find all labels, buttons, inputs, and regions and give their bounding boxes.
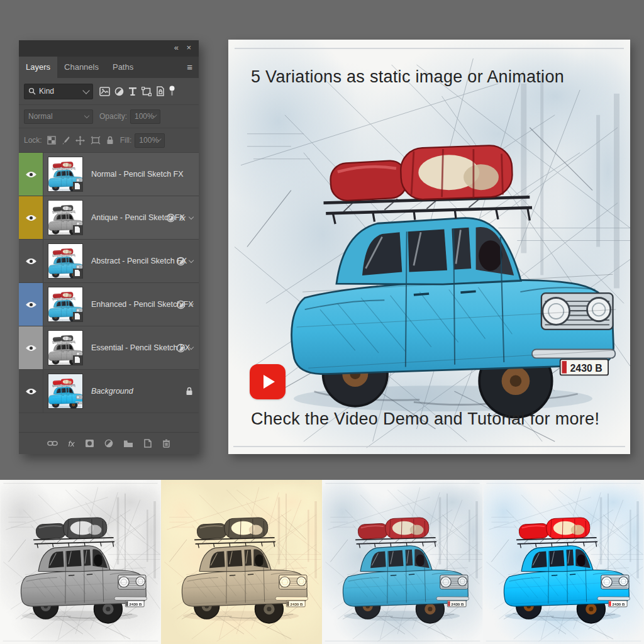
smart-object-badge-icon xyxy=(73,269,82,278)
new-adjustment-layer-icon[interactable] xyxy=(104,439,113,448)
fill-label: Fill: xyxy=(120,136,132,145)
fx-badge[interactable]: fx xyxy=(179,213,186,223)
opacity-value-select[interactable]: 100% xyxy=(130,109,160,124)
fill-value: 100% xyxy=(139,136,158,145)
layer-row-enhanced[interactable]: Enhanced - Pencil Sketch FX xyxy=(19,283,199,326)
chevron-down-icon[interactable] xyxy=(189,301,194,306)
eye-icon xyxy=(25,344,37,352)
layer-name[interactable]: Background xyxy=(91,387,133,396)
panel-menu-icon[interactable]: ≡ xyxy=(187,57,192,78)
filter-kind-label: Kind xyxy=(39,87,84,96)
variation-tile-bw xyxy=(0,480,161,644)
search-icon xyxy=(28,87,36,95)
eye-icon xyxy=(25,170,37,179)
visibility-toggle[interactable] xyxy=(19,153,43,196)
layer-thumbnail[interactable] xyxy=(48,201,82,235)
layer-filter-bar: Kind xyxy=(19,78,199,105)
variation-tile-color-soft xyxy=(322,480,483,644)
layer-row-normal[interactable]: Normal - Pencil Sketch FX xyxy=(19,153,199,196)
panel-titlebar: « × xyxy=(19,40,199,57)
link-layers-icon[interactable] xyxy=(47,440,58,447)
visibility-toggle[interactable] xyxy=(19,240,43,282)
smart-object-badge-icon xyxy=(73,312,82,321)
layer-row-background[interactable]: Background xyxy=(19,370,199,413)
layer-thumbnail[interactable] xyxy=(48,244,82,278)
headline-text: 5 Variations as static image or Animatio… xyxy=(251,67,564,87)
layer-row-essential[interactable]: Essential - Pencil Sketch FX xyxy=(19,326,199,370)
tab-layers[interactable]: Layers xyxy=(19,57,57,78)
filtering-toggle-icon[interactable] xyxy=(169,86,175,97)
variation-tile-color-strong xyxy=(483,480,644,644)
eye-icon xyxy=(25,214,37,222)
variation-tile-antique xyxy=(161,480,322,644)
layer-row-antique[interactable]: Antique - Pencil Sketch FX fx xyxy=(19,196,199,240)
pixel-layer-filter-icon[interactable] xyxy=(99,87,110,96)
lock-transparency-icon[interactable] xyxy=(47,136,56,145)
visibility-toggle[interactable] xyxy=(19,326,43,369)
variation-antique-artwork xyxy=(161,480,322,644)
visibility-toggle[interactable] xyxy=(19,283,43,326)
lock-icon[interactable] xyxy=(186,387,193,396)
lock-artboard-icon[interactable] xyxy=(91,136,101,145)
smart-filter-icon[interactable] xyxy=(176,343,186,353)
chevron-down-icon xyxy=(84,113,89,118)
new-layer-icon[interactable] xyxy=(143,439,152,448)
delete-layer-trash-icon[interactable] xyxy=(162,439,170,448)
eye-icon xyxy=(25,387,37,396)
chevron-down-icon[interactable] xyxy=(189,214,194,219)
layer-thumbnail[interactable] xyxy=(48,374,82,408)
smart-filter-icon[interactable] xyxy=(176,300,186,309)
lock-position-move-icon[interactable] xyxy=(75,136,85,145)
tab-paths[interactable]: Paths xyxy=(106,57,140,78)
smart-filter-icon[interactable] xyxy=(176,257,186,266)
chevron-down-icon xyxy=(82,87,89,94)
layer-name[interactable]: Abstract - Pencil Sketch FX xyxy=(91,257,187,265)
visibility-toggle[interactable] xyxy=(19,196,43,239)
chevron-down-icon[interactable] xyxy=(189,344,194,349)
variation-bw-artwork xyxy=(0,480,161,644)
layer-thumbnail[interactable] xyxy=(48,287,82,321)
filter-kind-select[interactable]: Kind xyxy=(24,84,93,99)
new-group-folder-icon[interactable] xyxy=(123,440,133,448)
lock-label: Lock: xyxy=(24,136,42,145)
sketch-car-artwork xyxy=(228,40,630,454)
smart-object-filter-icon[interactable] xyxy=(156,86,165,96)
lock-options-bar: Lock: Fill: xyxy=(19,128,199,153)
layer-list: Normal - Pencil Sketch FX Antique - Penc… xyxy=(19,153,199,413)
chevron-down-icon[interactable] xyxy=(189,257,194,262)
layer-style-fx-icon[interactable]: fx xyxy=(68,439,74,448)
tab-channels[interactable]: Channels xyxy=(57,57,106,78)
smart-object-badge-icon xyxy=(73,225,82,235)
fill-value-select[interactable]: 100% xyxy=(135,133,165,148)
add-mask-icon[interactable] xyxy=(85,439,94,448)
lock-pixels-brush-icon[interactable] xyxy=(62,136,70,145)
layers-panel: « × Layers Channels Paths ≡ Kind xyxy=(19,40,199,454)
smart-object-badge-icon xyxy=(73,355,82,365)
variation-color-soft-artwork xyxy=(322,480,483,644)
type-layer-filter-icon[interactable] xyxy=(128,87,137,96)
smart-object-badge-icon xyxy=(73,182,82,191)
layer-thumbnail[interactable] xyxy=(48,157,82,191)
close-panel-icon[interactable]: × xyxy=(186,43,191,52)
lock-all-icon[interactable] xyxy=(106,136,114,145)
smart-filter-icon[interactable] xyxy=(166,213,175,223)
youtube-play-button[interactable] xyxy=(250,364,286,399)
shape-layer-filter-icon[interactable] xyxy=(142,87,152,96)
layer-name[interactable]: Essential - Pencil Sketch FX xyxy=(91,343,190,352)
layers-panel-footer: fx xyxy=(19,432,199,454)
visibility-toggle[interactable] xyxy=(19,370,43,413)
eye-icon xyxy=(25,257,37,265)
eye-icon xyxy=(25,301,37,309)
blend-mode-value: Normal xyxy=(28,112,53,121)
opacity-value: 100% xyxy=(135,112,154,121)
blend-mode-select[interactable]: Normal xyxy=(24,109,93,124)
layer-name[interactable]: Normal - Pencil Sketch FX xyxy=(91,170,184,179)
footline-text: Check the Video Demo and Tutorial for mo… xyxy=(251,409,599,429)
collapse-panel-icon[interactable]: « xyxy=(174,43,179,52)
panel-tabs: Layers Channels Paths ≡ xyxy=(19,57,199,78)
layer-row-abstract[interactable]: Abstract - Pencil Sketch FX xyxy=(19,240,199,283)
adjustment-layer-filter-icon[interactable] xyxy=(114,87,124,96)
preview-artwork: 5 Variations as static image or Animatio… xyxy=(228,40,630,454)
blend-options-bar: Normal Opacity: 100% xyxy=(19,105,199,128)
layer-thumbnail[interactable] xyxy=(48,331,82,365)
